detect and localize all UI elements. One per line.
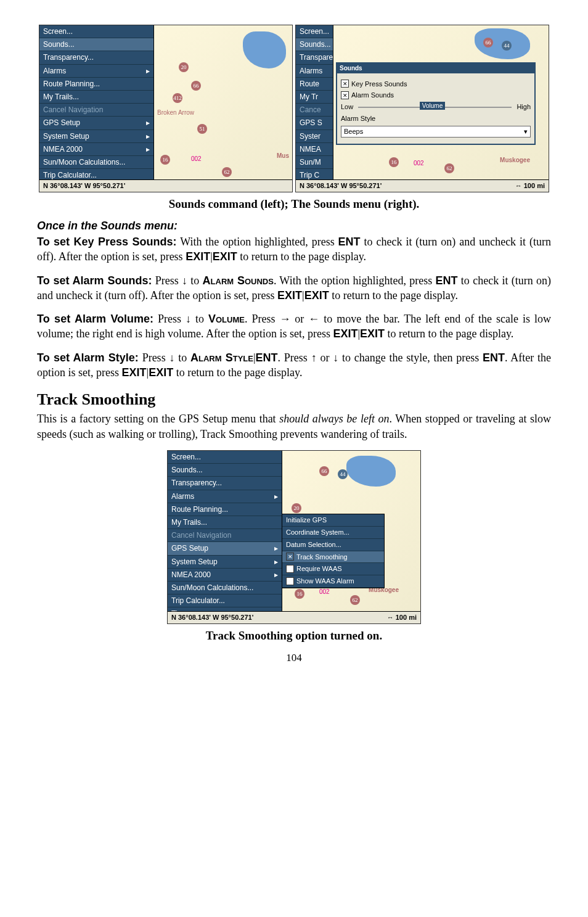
highway-icon: 62 (350, 595, 360, 605)
highway-icon: 412 (173, 93, 182, 103)
alarm-sounds-row[interactable]: ✕ Alarm Sounds (341, 91, 531, 100)
highway-icon: 20 (179, 62, 189, 72)
submenu-item-track-smoothing[interactable]: ✕Track Smoothing (282, 551, 384, 564)
highway-icon: 62 (444, 163, 454, 173)
paragraph: To set Key Press Sounds: With the option… (37, 234, 551, 265)
menu-item[interactable]: Route Planning... (39, 78, 153, 91)
paragraph: To set Alarm Style: Press ↓ to Alarm Sty… (37, 350, 551, 380)
volume-slider[interactable]: Volume (358, 107, 512, 108)
main-menu-right: Screen... Sounds... Transparency... Alar… (296, 25, 333, 192)
map-label: 002 (319, 588, 330, 596)
menu-item-disabled: Cancel Navigation (39, 104, 153, 117)
highway-icon: 20 (292, 503, 301, 513)
checkbox-icon[interactable] (286, 565, 294, 573)
key-press-row[interactable]: ✕ Key Press Sounds (341, 80, 531, 89)
menu-item[interactable]: Alarms (296, 65, 333, 78)
submenu-item[interactable]: Datum Selection... (282, 539, 384, 551)
menu-item[interactable]: Alarms ▸ (39, 65, 153, 78)
menu-item-gps-setup[interactable]: GPS Setup ▸ (168, 542, 282, 555)
menu-item[interactable]: System Setup ▸ (39, 130, 153, 143)
menu-item[interactable]: NMEA (296, 143, 333, 156)
menu-item[interactable]: Transparency... (296, 51, 333, 64)
map-label: Muskogee (500, 156, 530, 165)
menu-item[interactable]: Sun/Moon Calculations... (168, 582, 282, 594)
menu-item[interactable]: Sounds... (168, 464, 282, 477)
alarm-sounds-label: Alarm Sounds (351, 91, 394, 100)
highway-icon: 66 (319, 466, 329, 476)
paragraph: To set Alarm Volume: Press ↓ to Volume. … (37, 311, 551, 342)
figure-sounds: Screen... Sounds... Transparency... Alar… (37, 25, 551, 192)
checkbox-icon[interactable]: ✕ (341, 80, 349, 88)
coords: N 36°08.143' W 95°50.271' (171, 613, 253, 622)
map-label: Mus (277, 152, 289, 160)
menu-item[interactable]: Transparency... (39, 51, 153, 64)
menu-item[interactable]: GPS Setup ▸ (39, 117, 153, 130)
coords: N 36°08.143' W 95°50.271' (43, 181, 125, 191)
menu-item[interactable]: Alarms ▸ (168, 490, 282, 503)
menu-item[interactable]: Route Planning... (168, 503, 282, 516)
subheading: Once in the Sounds menu: (37, 218, 551, 233)
checkbox-icon[interactable] (286, 577, 294, 585)
highway-icon: 16 (295, 589, 304, 599)
menu-item[interactable]: Route (296, 78, 333, 91)
menu-item[interactable]: Sun/M (296, 156, 333, 169)
alarm-style-label: Alarm Style (341, 114, 531, 123)
menu-item[interactable]: NMEA 2000 ▸ (168, 569, 282, 582)
volume-thumb[interactable]: Volume (420, 102, 445, 110)
menu-item-sounds[interactable]: Sounds... (296, 38, 333, 51)
water-icon (243, 31, 286, 68)
menu-item[interactable]: My Trails... (168, 516, 282, 529)
menu-item[interactable]: My Trails... (39, 91, 153, 104)
menu-item[interactable]: System Setup ▸ (168, 556, 282, 569)
gps-screen-left: Screen... Sounds... Transparency... Alar… (39, 25, 293, 192)
gps-setup-submenu: Initialize GPS Coordinate System... Datu… (282, 514, 385, 588)
map-area: 20 66 412 51 16 62 Broken Arrow 002 Mus (154, 25, 292, 192)
high-label: High (517, 102, 531, 112)
scale: ↔ 100 mi (515, 181, 545, 191)
menu-item[interactable]: Screen... (168, 451, 282, 464)
key-press-label: Key Press Sounds (351, 80, 407, 89)
highway-icon: 62 (222, 167, 232, 177)
menu-item[interactable]: Trip Calculator... (168, 594, 282, 607)
menu-item[interactable]: Sun/Moon Calculations... (39, 156, 153, 169)
checkbox-icon[interactable]: ✕ (286, 553, 294, 561)
checkbox-icon[interactable]: ✕ (341, 91, 349, 99)
highway-icon: 66 (191, 81, 201, 91)
submenu-item[interactable]: Require WAAS (282, 563, 384, 575)
page-number: 104 (37, 651, 551, 665)
figure-track-smoothing: Screen... Sounds... Transparency... Alar… (37, 450, 551, 624)
figure-caption: Track Smoothing option turned on. (37, 628, 551, 644)
submenu-item[interactable]: Initialize GPS (282, 514, 384, 527)
highway-icon: 16 (160, 155, 170, 165)
highway-icon: 51 (197, 124, 207, 134)
menu-item[interactable]: NMEA 2000 ▸ (39, 143, 153, 156)
paragraph: This is a factory setting on the GPS Set… (37, 411, 551, 442)
main-menu-left: Screen... Sounds... Transparency... Alar… (39, 25, 154, 192)
map-label: Broken Arrow (157, 109, 194, 117)
menu-item[interactable]: Screen... (39, 25, 153, 38)
menu-item[interactable]: Syster (296, 130, 333, 143)
map-label: 002 (414, 159, 424, 168)
menu-item[interactable]: Screen... (296, 25, 333, 38)
submenu-item[interactable]: Coordinate System... (282, 527, 384, 539)
scale: ↔ 100 mi (387, 613, 417, 622)
menu-item[interactable]: Transparency... (168, 477, 282, 490)
dropdown-value: Beeps (344, 127, 363, 136)
paragraph: To set Alarm Sounds: Press ↓ to Alarm So… (37, 273, 551, 303)
gps-screen-right: Screen... Sounds... Transparency... Alar… (295, 25, 549, 192)
status-bar: N 36°08.143' W 95°50.271' ↔ 100 mi (168, 611, 420, 623)
menu-item[interactable]: GPS S (296, 117, 333, 130)
alarm-style-dropdown[interactable]: Beeps ▾ (341, 126, 531, 138)
status-bar: N 36°08.143' W 95°50.271' ↔ 100 mi (296, 179, 549, 192)
menu-item[interactable]: My Tr (296, 91, 333, 104)
highway-icon: 66 (483, 38, 493, 47)
menu-item-disabled: Cance (296, 104, 333, 117)
volume-row[interactable]: Low Volume High (341, 102, 531, 112)
submenu-item[interactable]: Show WAAS Alarm (282, 575, 384, 588)
highway-icon: 44 (338, 469, 348, 479)
figure-caption: Sounds command (left); The Sounds menu (… (37, 196, 551, 212)
menu-item-sounds[interactable]: Sounds... (39, 38, 153, 51)
highway-icon: 44 (502, 41, 512, 51)
status-bar: N 36°08.143' W 95°50.271' (39, 179, 292, 192)
main-menu: Screen... Sounds... Transparency... Alar… (168, 451, 282, 623)
